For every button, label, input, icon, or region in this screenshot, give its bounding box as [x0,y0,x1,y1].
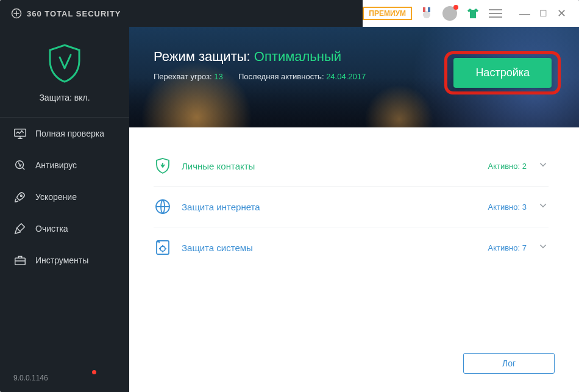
section-name: Личные контакты [182,161,255,171]
brand-text: 360 TOTAL SECURITY [27,9,121,18]
menu-icon[interactable] [489,7,502,20]
section-name: Защита интернета [182,202,260,212]
medal-icon[interactable] [419,6,434,21]
chevron-down-icon[interactable] [538,241,549,254]
scan-icon [13,159,27,172]
svg-rect-5 [428,7,430,12]
main-panel: Режим защиты: Оптимальный Перехват угроз… [129,27,579,392]
app-body: Защита: вкл. Полная проверка Антивирус У… [0,27,579,392]
section-personal-contacts[interactable]: Личные контакты Активно: 2 [154,146,549,187]
close-button[interactable]: ✕ [552,5,570,21]
titlebar: 360 TOTAL SECURITY ПРЕМИУМ — ☐ ✕ [0,0,579,27]
nav-label: Антивирус [35,160,77,170]
nav-item-full-scan[interactable]: Полная проверка [0,118,129,149]
protection-status-label: Защита: вкл. [0,93,129,102]
section-web-protection[interactable]: Защита интернета Активно: 3 [154,187,549,227]
nav: Полная проверка Антивирус Ускорение Очис… [0,117,129,276]
section-system-protection[interactable]: Защита системы Активно: 7 [154,227,549,268]
account-avatar-icon[interactable] [442,6,457,21]
last-activity-date: 24.04.2017 [326,72,366,81]
protection-sections: Личные контакты Активно: 2 Защита интерн… [129,127,579,280]
rocket-icon [13,190,27,204]
hero-banner: Режим защиты: Оптимальный Перехват угроз… [129,27,579,127]
nav-item-antivirus[interactable]: Антивирус [0,149,129,181]
nav-item-speedup[interactable]: Ускорение [0,181,129,213]
settings-button[interactable]: Настройка [453,58,552,88]
sidebar: Защита: вкл. Полная проверка Антивирус У… [0,27,129,392]
svg-point-8 [20,195,22,197]
threats-count: 13 [214,72,222,81]
globe-icon [154,198,172,216]
brand: 360 TOTAL SECURITY [0,8,121,19]
premium-badge[interactable]: ПРЕМИУМ [363,7,412,20]
highlight-frame: Настройка [444,51,561,94]
log-button[interactable]: Лог [463,353,555,374]
main-footer: Лог [129,341,579,392]
titlebar-right: ПРЕМИУМ — ☐ ✕ [363,0,579,27]
nav-label: Инструменты [35,255,88,265]
nav-item-tools[interactable]: Инструменты [0,244,129,276]
svg-rect-4 [423,7,425,12]
section-status: Активно: 3 [488,202,527,212]
protection-status: Защита: вкл. [0,27,129,117]
protection-mode-value: Оптимальный [254,49,341,64]
monitor-icon [13,127,27,140]
broom-icon [13,222,27,235]
toolbox-icon [13,254,27,267]
nav-item-cleanup[interactable]: Очистка [0,213,129,244]
section-status: Активно: 2 [488,162,527,171]
maximize-button[interactable]: ☐ [534,5,552,21]
nav-label: Очистка [35,224,68,233]
svg-point-12 [160,246,165,251]
svg-rect-9 [15,258,26,265]
nav-label: Ускорение [35,192,77,202]
minimize-button[interactable]: — [516,5,534,21]
shield-icon [48,44,82,83]
contacts-shield-icon [154,157,172,175]
nav-label: Полная проверка [35,129,104,138]
update-dot-icon [92,370,96,374]
app-window: 360 TOTAL SECURITY ПРЕМИУМ — ☐ ✕ [0,0,579,392]
skin-tshirt-icon[interactable] [466,6,480,21]
chevron-down-icon[interactable] [538,200,549,213]
section-status: Активно: 7 [488,243,527,252]
system-gear-icon [154,238,172,257]
version-label: 9.0.0.1146 [0,364,129,392]
chevron-down-icon[interactable] [538,159,549,173]
section-name: Защита системы [182,243,253,253]
brand-logo-icon [11,8,22,19]
